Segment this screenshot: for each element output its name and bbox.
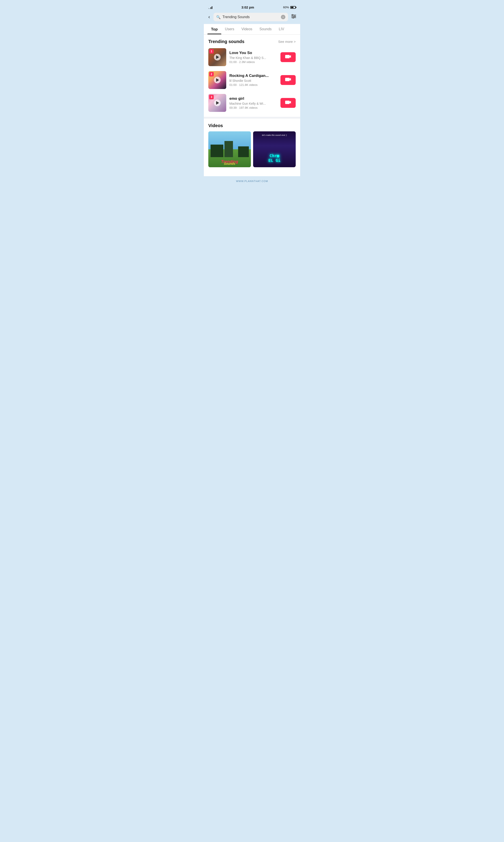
sound-info-3: emo girl Machine Gun Kelly & Wi... 00:39…	[229, 97, 277, 109]
signal-bar-1	[208, 8, 209, 9]
videos-section: Videos Trending Sounds	[204, 119, 300, 172]
sound-artist-1: The King Khan & BBQ S...	[229, 56, 277, 59]
status-left	[208, 6, 212, 9]
sound-artist-3: Machine Gun Kelly & Wi...	[229, 102, 277, 105]
sound-item-1: 1 Love You So The King Khan & BBQ S... 0…	[208, 48, 296, 66]
tab-videos[interactable]: Videos	[238, 24, 256, 34]
svg-rect-10	[285, 101, 290, 104]
search-bar[interactable]: 🔍 Trending Sounds ×	[214, 13, 288, 21]
svg-rect-8	[285, 78, 290, 81]
camera-icon-1	[285, 54, 291, 60]
sound-thumbnail-3[interactable]: 3	[208, 94, 226, 112]
sound-title-3: emo girl	[229, 97, 277, 101]
signal-bar-4	[212, 6, 212, 9]
svg-marker-9	[290, 78, 291, 81]
sound-meta-1: 01:00 · 2.3M videos	[229, 60, 277, 64]
camera-icon-3	[285, 100, 291, 106]
clear-button[interactable]: ×	[281, 15, 285, 19]
play-button-1[interactable]	[214, 54, 221, 60]
footer-url: WWW.PLANNTHAT.COM	[236, 180, 268, 182]
sound-meta-3: 00:39 · 197.9K videos	[229, 106, 277, 109]
trending-sounds-title: Trending sounds	[208, 39, 245, 44]
tab-top[interactable]: Top	[208, 24, 221, 34]
tab-live[interactable]: LIV	[275, 24, 288, 34]
record-button-1[interactable]	[281, 52, 296, 62]
svg-marker-11	[290, 101, 291, 104]
content-area: ‹ 🔍 Trending Sounds ×	[204, 11, 300, 176]
status-bar: 3:02 pm 60%	[204, 4, 300, 11]
sound-title-2: Rocking A Cardigan...	[229, 73, 277, 78]
camera-svg-3	[285, 100, 291, 105]
camera-svg-1	[285, 54, 291, 59]
rank-badge-2: 2	[209, 72, 214, 76]
rank-badge-3: 3	[209, 95, 214, 99]
videos-title: Videos	[208, 123, 296, 128]
sound-thumbnail-1[interactable]: 1	[208, 48, 226, 66]
svg-point-3	[292, 15, 293, 16]
footer: WWW.PLANNTHAT.COM	[204, 176, 300, 186]
svg-marker-7	[290, 55, 291, 58]
play-icon-1	[216, 55, 219, 59]
tabs-row: Top Users Videos Sounds LIV	[204, 24, 300, 35]
sound-info-1: Love You So The King Khan & BBQ S... 01:…	[229, 51, 277, 64]
filter-icon	[291, 14, 296, 19]
battery-fill	[291, 7, 293, 8]
video-thumbnail-1[interactable]: Trending Sounds	[208, 131, 251, 167]
see-more-button[interactable]: See more >	[278, 40, 296, 43]
video-label-sounds: Sounds	[224, 162, 235, 165]
sound-info-2: Rocking A Cardigan... lil Shordie Scott …	[229, 73, 277, 87]
search-row: ‹ 🔍 Trending Sounds ×	[208, 11, 296, 24]
video-overlay-label: let's make this sound viral :)	[253, 134, 296, 136]
play-button-2[interactable]	[214, 77, 221, 83]
sound-title-1: Love You So	[229, 51, 277, 55]
back-button[interactable]: ‹	[208, 14, 211, 20]
battery-icon	[290, 6, 296, 9]
record-button-2[interactable]	[281, 75, 296, 85]
sound-item-2: 2 Rocking A Cardigan... lil Shordie Scot…	[208, 71, 296, 89]
tab-sounds[interactable]: Sounds	[256, 24, 275, 34]
search-icon: 🔍	[216, 15, 221, 19]
section-header: Trending sounds See more >	[208, 39, 296, 44]
svg-rect-6	[285, 55, 290, 58]
camera-icon-2	[285, 77, 291, 83]
signal-bars	[208, 6, 212, 9]
status-time: 3:02 pm	[241, 5, 254, 9]
svg-point-5	[293, 17, 294, 18]
tab-users[interactable]: Users	[221, 24, 238, 34]
section-divider	[204, 117, 300, 119]
neon-text: Chr■EL Gi	[268, 153, 281, 163]
signal-bar-2	[210, 8, 210, 9]
sound-thumbnail-2[interactable]: 2	[208, 71, 226, 89]
video-thumbnail-2[interactable]: let's make this sound viral :) Chr■EL Gi	[253, 131, 296, 167]
videos-grid: Trending Sounds let's make this sound vi…	[208, 131, 296, 167]
search-query-text: Trending Sounds	[222, 15, 279, 19]
signal-bar-3	[211, 7, 211, 9]
status-right: 60%	[283, 5, 296, 9]
trending-sounds-section: Trending sounds See more > 1 Love You So…	[204, 35, 300, 176]
phone-frame: 3:02 pm 60% ‹ 🔍 Trending Sounds ×	[204, 0, 300, 193]
play-icon-3	[216, 101, 219, 105]
record-button-3[interactable]	[281, 98, 296, 108]
filter-button[interactable]	[291, 14, 296, 21]
rank-badge-1: 1	[209, 49, 214, 54]
battery-percent: 60%	[283, 5, 289, 9]
play-button-3[interactable]	[214, 100, 221, 106]
sound-meta-2: 01:00 · 121.8K videos	[229, 83, 277, 87]
sound-item-3: 3 emo girl Machine Gun Kelly & Wi... 00:…	[208, 94, 296, 112]
play-icon-2	[216, 78, 219, 82]
sound-artist-2: lil Shordie Scott	[229, 79, 277, 83]
svg-point-4	[294, 16, 295, 17]
camera-svg-2	[285, 77, 291, 82]
